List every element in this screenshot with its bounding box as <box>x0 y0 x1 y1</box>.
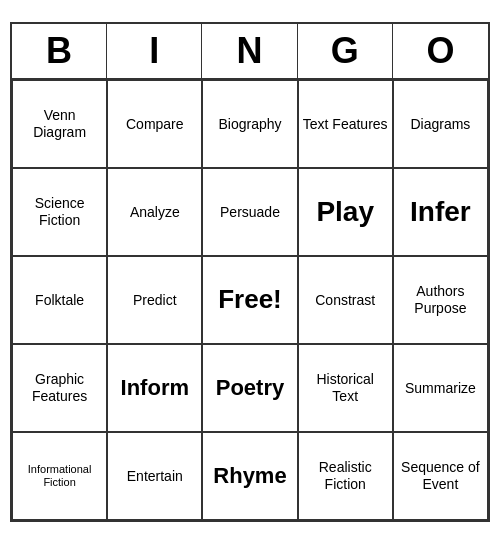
bingo-cell-3: Text Features <box>298 80 393 168</box>
bingo-cell-7: Persuade <box>202 168 297 256</box>
bingo-cell-24: Sequence of Event <box>393 432 488 520</box>
bingo-header: BINGO <box>12 24 488 80</box>
bingo-cell-17: Poetry <box>202 344 297 432</box>
bingo-grid: Venn DiagramCompareBiographyText Feature… <box>12 80 488 520</box>
header-letter-i: I <box>107 24 202 78</box>
bingo-card: BINGO Venn DiagramCompareBiographyText F… <box>10 22 490 522</box>
header-letter-b: B <box>12 24 107 78</box>
bingo-cell-21: Entertain <box>107 432 202 520</box>
header-letter-n: N <box>202 24 297 78</box>
bingo-cell-23: Realistic Fiction <box>298 432 393 520</box>
bingo-cell-19: Summarize <box>393 344 488 432</box>
bingo-cell-8: Play <box>298 168 393 256</box>
bingo-cell-15: Graphic Features <box>12 344 107 432</box>
bingo-cell-22: Rhyme <box>202 432 297 520</box>
header-letter-o: O <box>393 24 488 78</box>
header-letter-g: G <box>298 24 393 78</box>
bingo-cell-0: Venn Diagram <box>12 80 107 168</box>
bingo-cell-12: Free! <box>202 256 297 344</box>
bingo-cell-16: Inform <box>107 344 202 432</box>
bingo-cell-6: Analyze <box>107 168 202 256</box>
bingo-cell-2: Biography <box>202 80 297 168</box>
bingo-cell-11: Predict <box>107 256 202 344</box>
bingo-cell-14: Authors Purpose <box>393 256 488 344</box>
bingo-cell-1: Compare <box>107 80 202 168</box>
bingo-cell-4: Diagrams <box>393 80 488 168</box>
bingo-cell-10: Folktale <box>12 256 107 344</box>
bingo-cell-18: Historical Text <box>298 344 393 432</box>
bingo-cell-13: Constrast <box>298 256 393 344</box>
bingo-cell-5: Science Fiction <box>12 168 107 256</box>
bingo-cell-20: Informational Fiction <box>12 432 107 520</box>
bingo-cell-9: Infer <box>393 168 488 256</box>
